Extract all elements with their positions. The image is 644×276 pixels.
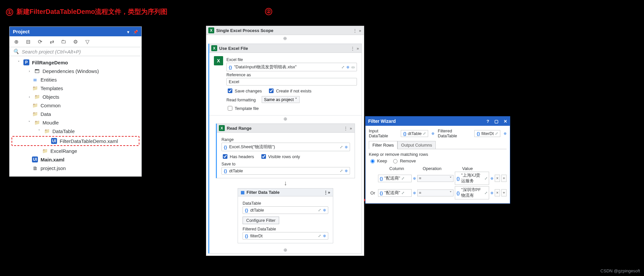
tree-deps[interactable]: ›🗔Dependencies (Windows) — [10, 67, 141, 75]
chevron-down-icon: ˅ — [450, 176, 452, 181]
input-dt-field[interactable]: {}dtTable⤢ — [401, 130, 428, 137]
restore-icon[interactable]: ▢ — [494, 119, 498, 124]
add-node-bottom[interactable]: ⊕ — [209, 247, 362, 253]
cond2-value-input[interactable]: {}"深圳市PF物流有⤢ — [455, 186, 489, 199]
plus-icon[interactable]: ⊕ — [413, 176, 416, 181]
expand-icon[interactable]: ⤢ — [341, 65, 344, 69]
excel-file-input[interactable]: {}"Data\Input\物流发货明细表.xlsx"⤢⊕▭ — [226, 63, 357, 71]
plus-icon[interactable]: ⊕ — [490, 191, 493, 195]
read-range-header[interactable]: XRead Range ⋮» — [217, 124, 355, 133]
more-icon[interactable]: ⋮ — [324, 190, 328, 195]
tree-common[interactable]: Common — [10, 101, 141, 110]
collapse-icon[interactable]: » — [350, 126, 352, 131]
more-icon[interactable]: ⋮ — [351, 46, 355, 51]
more-icon[interactable]: ⋮ — [353, 28, 357, 33]
or-label[interactable]: Or — [369, 190, 377, 195]
pin-icon[interactable]: 📌 — [133, 30, 138, 34]
tree-file-highlighted[interactable]: UIFilterDataTableDemo.xaml — [12, 136, 139, 146]
has-headers-checkbox[interactable]: Has headers — [221, 153, 254, 160]
plus-icon[interactable]: ⊕ — [504, 131, 507, 136]
save-to-input[interactable]: {}dtTable⤢⊕ — [221, 167, 350, 175]
add-node-top[interactable]: ⊕ — [206, 35, 364, 42]
table-icon: ▦ — [241, 190, 245, 195]
cond2-column-input[interactable]: {}"配送商"⤢ — [378, 189, 412, 197]
browse-icon[interactable]: ▭ — [351, 65, 355, 69]
remove-radio[interactable]: Remove — [392, 158, 416, 163]
collapse-icon[interactable]: » — [359, 28, 361, 33]
range-input[interactable]: {}Excel.Sheet("物流明细")⤢⊕ — [221, 143, 350, 151]
sync-icon[interactable]: ⇄ — [48, 38, 55, 45]
save-changes-checkbox[interactable]: Save changes — [226, 87, 262, 94]
open-folder-icon[interactable]: 🗀 — [60, 38, 67, 45]
tree-projectjson[interactable]: 🗎project.json — [10, 164, 141, 172]
plus-icon[interactable]: ⊕ — [431, 131, 434, 136]
range-label: Range — [221, 137, 350, 142]
tab-filter-rows[interactable]: Filter Rows — [369, 141, 397, 149]
template-file-checkbox[interactable]: Template file — [226, 105, 259, 112]
deps-icon: 🗔 — [34, 68, 40, 74]
keep-radio[interactable]: Keep — [369, 158, 387, 163]
refresh-icon[interactable]: ⟳ — [37, 38, 43, 45]
tree-data[interactable]: Data — [10, 110, 141, 118]
tab-output-columns[interactable]: Output Columns — [397, 141, 436, 149]
expand-all-icon[interactable]: ⊕ — [13, 38, 19, 45]
cond1-operation-select[interactable]: =˅ — [417, 175, 454, 182]
collapse-icon[interactable]: » — [328, 190, 330, 195]
plus-icon[interactable]: ⊕ — [346, 65, 349, 69]
project-search[interactable]: 🔍 Search project (Ctrl+Alt+P) — [10, 47, 141, 56]
filter-icon[interactable]: ▽ — [84, 38, 91, 45]
tree-main[interactable]: UIMain.xaml — [10, 155, 141, 164]
tree-objects[interactable]: ›Objects — [10, 92, 141, 101]
annotation-2: ② — [265, 7, 274, 15]
settings-icon[interactable]: ⚙ — [72, 38, 79, 45]
cond1-value-input[interactable]: {}"上海XJ货运服务⤢ — [455, 172, 489, 185]
flow-arrow-icon: ↓ — [209, 180, 362, 186]
filter-dt-header[interactable]: ▦Filter Data Table ⋮» — [238, 189, 333, 196]
visible-rows-checkbox[interactable]: Visible rows only — [260, 153, 300, 160]
tree-excelrange[interactable]: ExcelRange — [10, 147, 141, 155]
plus-icon: ⊕ — [323, 234, 326, 238]
add-row-icon[interactable]: + — [501, 175, 507, 182]
excel-app-icon: X — [214, 56, 223, 65]
use-excel-header[interactable]: XUse Excel File ⋮» — [209, 44, 362, 53]
remove-row-icon[interactable]: × — [495, 189, 500, 196]
expand-icon: ⤢ — [340, 145, 343, 149]
reference-as-input[interactable]: Excel — [226, 78, 357, 86]
excel-icon: X — [208, 27, 214, 33]
filtered-dt-input[interactable]: {}filterDt⤢⊕ — [243, 232, 328, 240]
value-header: Value — [451, 166, 484, 171]
more-icon[interactable]: ⋮ — [344, 126, 348, 131]
collapse-all-icon[interactable]: ⊟ — [25, 38, 31, 45]
use-excel-activity: XUse Excel File ⋮» X Excel file {}"Data\… — [208, 44, 362, 254]
dropdown-icon[interactable]: ▾ — [127, 30, 129, 34]
collapse-icon[interactable]: » — [357, 46, 359, 51]
create-if-checkbox[interactable]: Create if not exists — [268, 87, 311, 94]
tree-entities[interactable]: ≣Entities — [10, 75, 141, 84]
scope-header[interactable]: XSingle Excel Process Scope ⋮» — [206, 26, 364, 35]
folder-icon — [34, 94, 40, 100]
watermark: CSDN @gzpingesoft — [600, 268, 640, 273]
chevron-down-icon: ˅ — [450, 190, 452, 195]
add-row-icon[interactable]: + — [501, 189, 507, 196]
dt-label: DataTable — [243, 201, 328, 206]
configure-filter-button[interactable]: Configure Filter — [243, 217, 279, 224]
read-fmt-label: Read formatting — [226, 98, 256, 102]
operation-header: Operation — [415, 166, 449, 171]
filter-wizard-dialog: Filter Wizard ? ▢ ✕ Input DataTable {}dt… — [365, 116, 510, 204]
tree-templates[interactable]: Templates — [10, 84, 141, 92]
add-node[interactable]: ⊕ — [209, 116, 362, 122]
close-icon[interactable]: ✕ — [504, 119, 507, 124]
plus-icon[interactable]: ⊕ — [413, 191, 416, 195]
remove-row-icon[interactable]: × — [495, 175, 500, 182]
cond1-column-input[interactable]: {}"配送商"⤢ — [378, 175, 412, 182]
read-fmt-select[interactable]: Same as project ˅ — [262, 96, 300, 103]
plus-icon[interactable]: ⊕ — [490, 176, 493, 181]
annotation-1-text: 新建FilterDataTableDemo流程文件，类型为序列图 — [16, 8, 168, 15]
help-icon[interactable]: ? — [486, 119, 489, 124]
output-dt-field[interactable]: {}filterDt⤢ — [474, 130, 500, 137]
cond2-operation-select[interactable]: =˅ — [417, 190, 454, 196]
tree-moudle[interactable]: ˅Moudle — [10, 118, 141, 127]
tree-datatable[interactable]: ˅DataTable — [10, 127, 141, 135]
tree-root[interactable]: ˅PFillRangeDemo — [10, 58, 141, 67]
dt-input[interactable]: {}dtTable⤢⊕ — [243, 206, 328, 214]
